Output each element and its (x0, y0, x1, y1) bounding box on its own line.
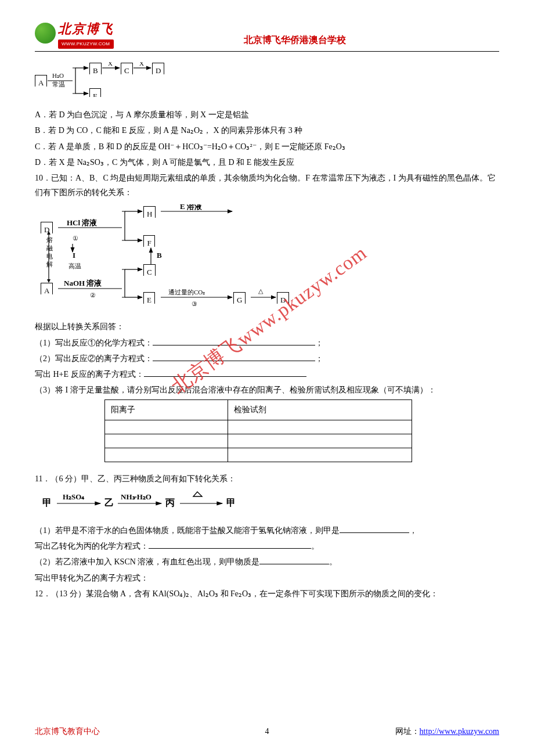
q11-p2b: 。 (329, 557, 337, 566)
q10-stem: 10．已知：A、B、C 均是由短周期元素组成的单质，其余物质均为化合物。F 在常… (35, 171, 499, 200)
diagram-q9-svg: A H₂O 常温 B E X C X D (35, 62, 174, 97)
d2-tri: △ (258, 287, 264, 294)
triangle-icon (193, 492, 202, 496)
q9-option-b: B．若 D 为 CO，C 能和 E 反应，则 A 是 Na₂O₂， X 的同素异… (35, 123, 499, 138)
q11-jia2: 甲 (226, 498, 236, 507)
q11-jia: 甲 (42, 498, 52, 507)
table-cell[interactable] (228, 420, 412, 434)
d2-box-A: A (41, 283, 53, 294)
d1-label-x1: X (108, 62, 113, 67)
q10-sub: 根据以上转换关系回答： (35, 319, 499, 334)
q10-p2b-text: 写出 H+E 反应的离子方程式： (35, 370, 144, 379)
q11-yi: 乙 (104, 498, 114, 507)
blank[interactable] (259, 556, 329, 564)
d2-box-D2: D (277, 292, 289, 304)
q11-p1a: （1）若甲是不溶于水的白色固体物质，既能溶于盐酸又能溶于氢氧化钠溶液，则甲是 (35, 526, 340, 535)
header-divider (35, 51, 499, 52)
blank[interactable] (149, 541, 311, 549)
blank[interactable] (153, 353, 315, 361)
q11-p1: （1）若甲是不溶于水的白色固体物质，既能溶于盐酸又能溶于氢氧化钠溶液，则甲是， (35, 523, 499, 538)
d2-melt4: 解 (46, 261, 53, 268)
d2-melt3: 电 (46, 253, 53, 260)
d1-box-C: C (121, 63, 133, 74)
diagram-q11-svg: 甲 H₂SO₄ 乙 NH₃·H₂O 丙 甲 (39, 489, 272, 513)
q9-option-a: A．若 D 为白色沉淀，与 A 摩尔质量相等，则 X 一定是铝盐 (35, 107, 499, 122)
table-th-reagent: 检验试剂 (228, 400, 412, 420)
diagram-q11: 甲 H₂SO₄ 乙 NH₃·H₂O 丙 甲 (39, 489, 499, 517)
page-header: 北京博飞 WWW.PKUZYW.COM 北京博飞华侨港澳台学校 (35, 17, 499, 49)
d2-hcl: HCl 溶液 (67, 218, 98, 227)
table-cell[interactable] (105, 420, 228, 434)
table-cell[interactable] (105, 448, 228, 462)
d2-box-E: E (143, 292, 155, 304)
table-th-cation: 阳离子 (105, 400, 228, 420)
d2-c2: ② (90, 291, 96, 298)
d1-box-D: D (152, 63, 164, 74)
d2-melt1: 熔 (46, 236, 53, 243)
d2-B: B (157, 251, 162, 260)
q10-p2-text: （2）写出反应②的离子方程式： (35, 354, 153, 363)
q11-p1d: 。 (311, 542, 319, 550)
table-cell[interactable] (228, 434, 412, 448)
d2-esol: E 溶液 (180, 204, 203, 211)
d2-box-F: F (143, 235, 155, 247)
q11-p1b: ， (409, 526, 417, 535)
d1-label-x2: X (139, 62, 144, 67)
q11-p1c-text: 写出乙转化为丙的化学方程式： (35, 542, 149, 550)
d2-box-C: C (143, 264, 156, 276)
q10-p1-text: （1）写出反应①的化学方程式： (35, 339, 153, 347)
q11-r2: NH₃·H₂O (121, 492, 151, 501)
d2-co2: 通过量的CO₂ (168, 289, 205, 296)
diagram-q10: D A 熔 融 电 解 HCl 溶液 H F E 溶液 ① I 高温 NaOH … (35, 204, 499, 314)
q9-option-c: C．若 A 是单质，B 和 D 的反应是 OH⁻＋HCO₃⁻=H₂O＋CO₃²⁻… (35, 139, 499, 154)
d1-box-A: A (35, 75, 47, 87)
d1-label-temp: 常温 (52, 81, 65, 88)
blank[interactable] (153, 337, 315, 345)
blank[interactable] (340, 525, 409, 533)
footer-page: 4 (35, 724, 499, 739)
table-cell[interactable] (228, 448, 412, 462)
d2-c3: ③ (192, 300, 197, 307)
q12-stem: 12．（13 分）某混合物 A，含有 KAl(SO₄)₂、Al₂O₃ 和 Fe₂… (35, 586, 499, 601)
d2-hi: 高温 (68, 262, 81, 269)
page-footer: 北京博飞教育中心 4 网址：http://www.pkuzyw.com (35, 724, 499, 739)
q10-p3: （3）将 I 溶于足量盐酸，请分别写出反应后混合溶液中存在的阳离子、检验所需试剂… (35, 383, 499, 397)
logo-globe-icon (35, 23, 56, 44)
q10-p2b: 写出 H+E 反应的离子方程式： (35, 367, 499, 381)
q11-p2: （2）若乙溶液中加入 KSCN 溶液，有血红色出现，则甲物质是。 (35, 555, 499, 569)
d2-I: I (73, 251, 75, 260)
d1-box-E: E (89, 88, 101, 97)
school-title: 北京博飞华侨港澳台学校 (91, 32, 499, 49)
q11-stem: 11．（6 分）甲、乙、丙三种物质之间有如下转化关系： (35, 471, 499, 486)
d2-melt2: 融 (46, 244, 53, 251)
q11-p1c: 写出乙转化为丙的化学方程式：。 (35, 539, 499, 553)
diagram-q9: A H₂O 常温 B E X C X D (35, 62, 499, 102)
blank[interactable] (144, 369, 306, 377)
d1-label-h2o: H₂O (52, 72, 64, 79)
d2-naoh: NaOH 溶液 (64, 279, 102, 287)
d2-c1: ① (73, 235, 78, 242)
d1-box-B: B (89, 63, 102, 74)
d2-box-D: D (41, 222, 53, 233)
d2-box-H: H (143, 206, 156, 218)
q11-p2c: 写出甲转化为乙的离子方程式： (35, 571, 499, 585)
q10-p2: （2）写出反应②的离子方程式：； (35, 351, 499, 366)
d2-box-G: G (233, 292, 246, 304)
q11-r1: H₂SO₄ (63, 492, 85, 501)
table-cell[interactable] (105, 434, 228, 448)
q11-bing: 丙 (165, 498, 175, 507)
q11-p2a: （2）若乙溶液中加入 KSCN 溶液，有血红色出现，则甲物质是 (35, 557, 259, 566)
q9-option-d: D．若 X 是 Na₂SO₃，C 为气体，则 A 可能是氯气，且 D 和 E 能… (35, 155, 499, 170)
q10-p1: （1）写出反应①的化学方程式：； (35, 336, 499, 350)
diagram-q10-svg: D A 熔 融 电 解 HCl 溶液 H F E 溶液 ① I 高温 NaOH … (35, 204, 313, 309)
answer-table: 阳离子 检验试剂 (104, 399, 412, 462)
